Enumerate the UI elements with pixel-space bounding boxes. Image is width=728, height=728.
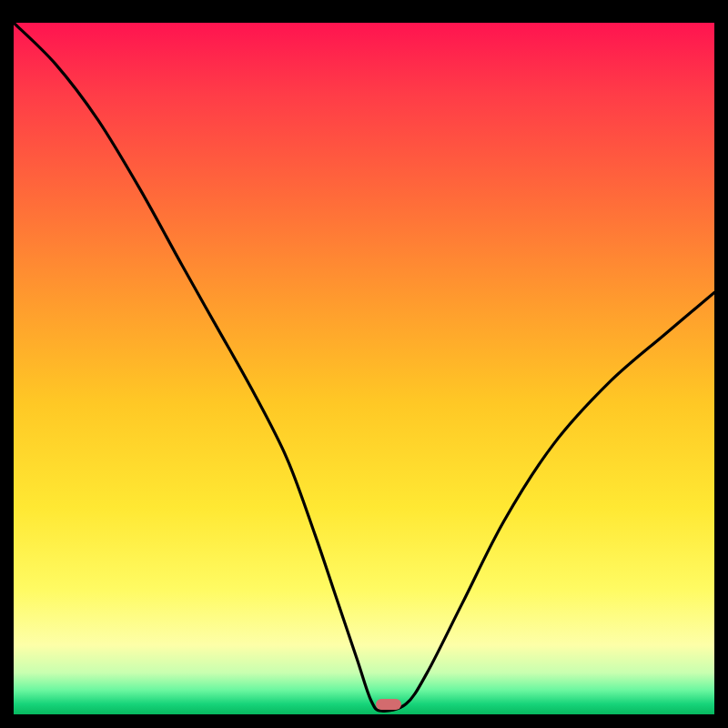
bottleneck-curve (14, 23, 714, 714)
optimal-marker (376, 699, 401, 710)
chart-frame: TheBottleneck.com (0, 0, 728, 728)
plot-container (14, 0, 714, 714)
plot-area (14, 23, 714, 714)
curve-path (14, 23, 714, 711)
